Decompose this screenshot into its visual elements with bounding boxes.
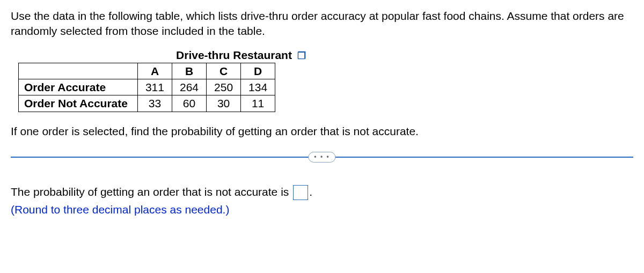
answer-line: The probability of getting an order that… <box>11 185 633 200</box>
answer-input[interactable] <box>293 185 308 200</box>
table-cell: 60 <box>172 95 206 112</box>
answer-suffix: . <box>309 185 312 197</box>
col-header-c: C <box>207 63 241 79</box>
table-cell: 311 <box>137 79 172 95</box>
data-table: A B C D Order Accurate 311 264 250 134 O… <box>18 63 275 112</box>
col-header-b: B <box>172 63 206 79</box>
table-cell: 30 <box>207 95 241 112</box>
table-cell: 250 <box>207 79 241 95</box>
expand-bubble[interactable]: • • • <box>308 152 335 163</box>
intro-text: Use the data in the following table, whi… <box>11 9 633 39</box>
table-container: Drive-thru Restaurant ❐ A B C D Order Ac… <box>18 49 633 112</box>
table-cell: 11 <box>241 95 275 112</box>
table-cell: 264 <box>172 79 206 95</box>
row-label: Order Not Accurate <box>19 95 138 112</box>
popup-icon[interactable]: ❐ <box>297 51 306 61</box>
answer-prefix: The probability of getting an order that… <box>11 185 292 197</box>
table-row: Order Not Accurate 33 60 30 11 <box>19 95 275 112</box>
table-cell: 134 <box>241 79 275 95</box>
blank-header-cell <box>19 63 138 79</box>
table-title: Drive-thru Restaurant <box>176 49 292 62</box>
row-label: Order Accurate <box>19 79 138 95</box>
rounding-note: (Round to three decimal places as needed… <box>11 203 633 216</box>
question-text: If one order is selected, find the proba… <box>11 125 633 138</box>
table-row: Order Accurate 311 264 250 134 <box>19 79 275 95</box>
table-cell: 33 <box>137 95 172 112</box>
col-header-a: A <box>137 63 172 79</box>
section-divider: • • • <box>11 152 633 163</box>
col-header-d: D <box>241 63 275 79</box>
